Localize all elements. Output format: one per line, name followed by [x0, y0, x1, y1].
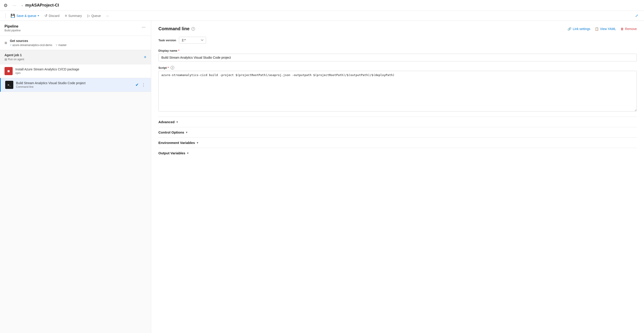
breadcrumb-chevron: ›: [22, 4, 23, 7]
control-options-chevron-icon: ▾: [186, 131, 187, 134]
script-label: Script * i: [158, 66, 637, 70]
right-panel: Command line i 🔗 Link settings 📋 View YA…: [151, 21, 644, 333]
discard-icon: ↺: [44, 14, 48, 18]
display-name-required: *: [178, 49, 180, 52]
remove-icon: 🗑: [620, 27, 624, 31]
cmd-info-icon[interactable]: i: [191, 27, 195, 31]
app-icon: ⚙: [4, 3, 8, 8]
cmd-title-row: Command line i: [158, 26, 195, 31]
pipeline-subtitle: Build pipeline: [4, 29, 20, 32]
agent-job-title: Agent job 1: [4, 53, 24, 57]
npm-task-icon: ■: [4, 67, 13, 75]
display-name-input[interactable]: [158, 54, 637, 61]
add-task-button[interactable]: +: [144, 54, 146, 60]
view-yaml-button[interactable]: 📋 View YAML: [595, 27, 616, 31]
script-group: Script * i azure-streamanalytics-cicd bu…: [158, 66, 637, 112]
script-info-icon[interactable]: i: [170, 66, 174, 70]
install-task-info: Install Azure Stream Analytics CI/CD pac…: [15, 68, 146, 75]
agent-job-section: Agent job 1 ▤ Run on agent +: [0, 50, 151, 64]
display-name-label: Display name *: [158, 49, 637, 52]
pipeline-title: Pipeline: [4, 24, 20, 28]
save-queue-button[interactable]: 💾 Save & queue ▾: [8, 13, 41, 19]
agent-job-subtitle: ▤ Run on agent: [4, 58, 24, 61]
cmd-title: Command line: [158, 26, 190, 31]
advanced-section[interactable]: Advanced ▾: [158, 117, 637, 127]
cmd-actions: 🔗 Link settings 📋 View YAML 🗑 Remove: [568, 27, 637, 31]
install-task-title: Install Azure Stream Analytics CI/CD pac…: [15, 68, 146, 71]
left-panel: Pipeline Build pipeline ··· ≡ Get source…: [0, 21, 151, 333]
toolbar-more-button[interactable]: ···: [104, 13, 111, 18]
collapse-button[interactable]: ⤢: [633, 13, 640, 19]
discard-button[interactable]: ↺ Discard: [42, 13, 62, 19]
get-sources-icon: ≡: [4, 40, 7, 46]
control-options-section[interactable]: Control Options ▾: [158, 127, 637, 138]
remove-button[interactable]: 🗑 Remove: [620, 27, 637, 31]
install-task-item[interactable]: ■ Install Azure Stream Analytics CI/CD p…: [0, 64, 151, 78]
script-required: *: [168, 66, 169, 70]
cmd-task-icon: >_: [5, 81, 13, 89]
summary-icon: ≡: [65, 14, 67, 18]
output-variables-chevron-icon: ▾: [187, 152, 188, 155]
link-settings-button[interactable]: 🔗 Link settings: [568, 27, 590, 31]
queue-button[interactable]: ▷ Queue: [85, 13, 103, 19]
env-variables-chevron-icon: ▾: [197, 141, 198, 144]
task-menu-button[interactable]: ⋮: [140, 82, 146, 88]
repo-info: ⑂ azure-streamanalytics-cicd-demo: [10, 44, 52, 47]
pipeline-header: Pipeline Build pipeline ···: [0, 21, 151, 36]
task-version-label: Task version: [158, 38, 176, 42]
agent-job-info: Agent job 1 ▤ Run on agent: [4, 53, 24, 61]
build-task-item[interactable]: >_ Build Stream Analytics Visual Studio …: [0, 78, 151, 92]
task-check-icon: ✔: [136, 82, 139, 87]
display-name-group: Display name *: [158, 49, 637, 61]
advanced-chevron-icon: ▾: [176, 120, 178, 124]
build-task-actions: ✔ ⋮: [136, 82, 146, 88]
install-task-subtitle: npm: [15, 72, 146, 75]
top-bar: ⚙ ··· › myASAProject-CI: [0, 0, 644, 11]
get-sources-section[interactable]: ≡ Get sources ⑂ azure-streamanalytics-ci…: [0, 36, 151, 50]
right-panel-header: Command line i 🔗 Link settings 📋 View YA…: [158, 26, 637, 31]
summary-button[interactable]: ≡ Summary: [62, 13, 84, 19]
more-options-btn[interactable]: ···: [10, 3, 19, 8]
yaml-icon: 📋: [595, 27, 599, 31]
get-sources-meta: ⑂ azure-streamanalytics-cicd-demo ⑂ mast…: [10, 44, 66, 47]
page-title: myASAProject-CI: [25, 3, 59, 8]
get-sources-title: Get sources: [10, 39, 66, 43]
build-task-subtitle: Command line: [16, 85, 133, 88]
save-icon: 💾: [10, 14, 15, 18]
pipeline-more-button[interactable]: ···: [141, 24, 146, 30]
build-task-title: Build Stream Analytics Visual Studio Cod…: [16, 81, 133, 85]
environment-variables-section[interactable]: Environment Variables ▾: [158, 138, 637, 148]
toolbar-separator: [6, 13, 6, 18]
task-version-row: Task version 2.* 1.*: [158, 37, 637, 44]
repo-icon: ⑂: [10, 44, 12, 47]
branch-info: ⑂ master: [56, 44, 66, 47]
link-icon: 🔗: [568, 27, 571, 31]
toolbar: 💾 Save & queue ▾ ↺ Discard ≡ Summary ▷ Q…: [0, 11, 644, 21]
output-variables-section[interactable]: Output Variables ▾: [158, 148, 637, 158]
agent-icon: ▤: [4, 58, 7, 61]
task-version-select[interactable]: 2.* 1.*: [179, 37, 206, 44]
save-chevron-icon: ▾: [38, 14, 39, 17]
script-textarea[interactable]: azure-streamanalytics-cicd build -projec…: [158, 71, 637, 112]
queue-icon: ▷: [87, 14, 90, 18]
main-layout: Pipeline Build pipeline ··· ≡ Get source…: [0, 21, 644, 333]
get-sources-info: Get sources ⑂ azure-streamanalytics-cicd…: [10, 39, 66, 47]
branch-icon: ⑂: [56, 44, 57, 47]
build-task-info: Build Stream Analytics Visual Studio Cod…: [16, 81, 133, 88]
